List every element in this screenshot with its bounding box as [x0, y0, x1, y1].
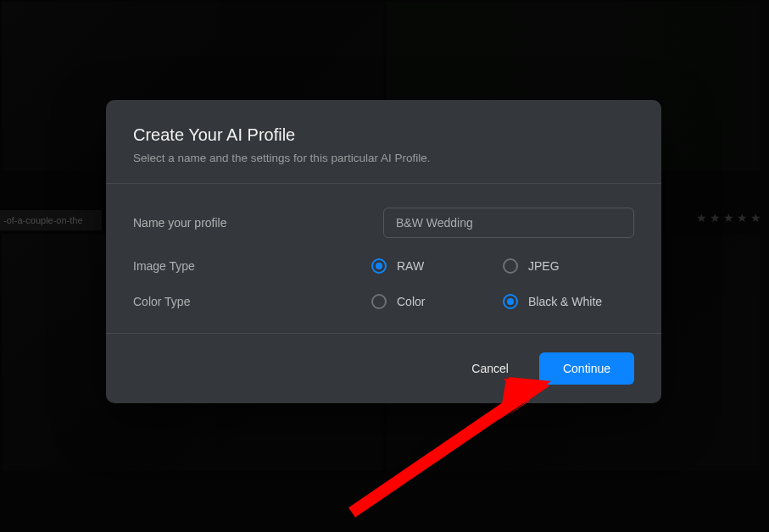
- create-ai-profile-modal: Create Your AI Profile Select a name and…: [106, 100, 661, 403]
- profile-name-input[interactable]: [383, 208, 634, 238]
- image-type-jpeg-option[interactable]: JPEG: [503, 258, 634, 274]
- image-type-raw-option[interactable]: RAW: [371, 258, 503, 274]
- radio-selected-icon: [371, 258, 387, 274]
- radio-label: RAW: [397, 259, 424, 273]
- image-type-label: Image Type: [133, 259, 371, 273]
- radio-label: Color: [397, 295, 425, 308]
- color-type-row: Color Type Color Black & White: [133, 294, 634, 309]
- radio-label: JPEG: [528, 259, 560, 273]
- radio-label: Black & White: [528, 295, 602, 308]
- radio-unselected-icon: [503, 258, 518, 274]
- radio-unselected-icon: [371, 294, 387, 309]
- modal-body: Name your profile Image Type RAW JPEG Co…: [106, 184, 661, 334]
- image-type-radio-group: RAW JPEG: [371, 258, 634, 274]
- modal-title: Create Your AI Profile: [133, 125, 634, 145]
- color-type-label: Color Type: [133, 295, 371, 308]
- cancel-button[interactable]: Cancel: [468, 353, 512, 384]
- profile-name-row: Name your profile: [133, 208, 634, 238]
- color-type-bw-option[interactable]: Black & White: [503, 294, 634, 309]
- profile-name-label: Name your profile: [133, 216, 383, 230]
- continue-button[interactable]: Continue: [539, 352, 634, 385]
- color-type-radio-group: Color Black & White: [371, 294, 634, 309]
- radio-selected-icon: [503, 294, 518, 309]
- modal-footer: Cancel Continue: [106, 334, 661, 403]
- modal-subtitle: Select a name and the settings for this …: [133, 152, 634, 164]
- modal-header: Create Your AI Profile Select a name and…: [106, 100, 661, 184]
- image-type-row: Image Type RAW JPEG: [133, 258, 634, 274]
- color-type-color-option[interactable]: Color: [371, 294, 503, 309]
